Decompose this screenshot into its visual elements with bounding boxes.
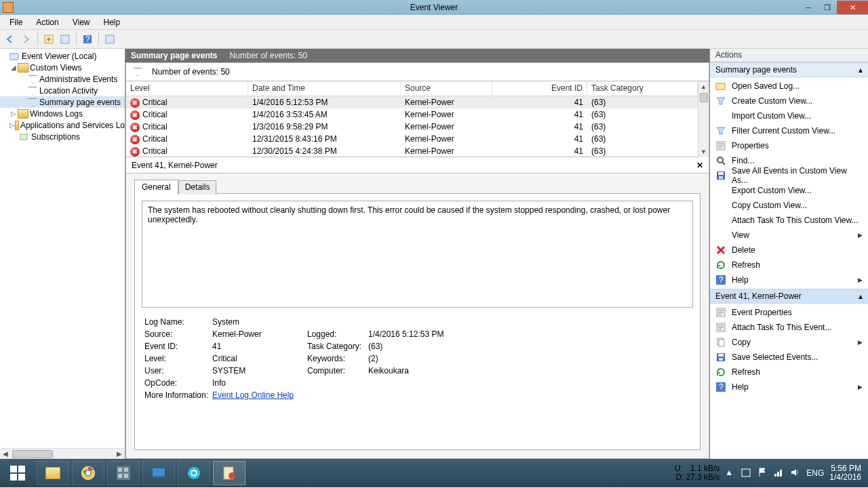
menu-view[interactable]: View [66,16,97,28]
action-view[interactable]: View▶ [710,228,868,243]
taskbar-explorer[interactable] [37,461,69,485]
action-save-all-events-in-custom-view-as[interactable]: Save All Events in Custom View As... [710,168,868,183]
filter-icon [715,96,726,106]
action-open-saved-log[interactable]: Open Saved Log... [710,79,868,94]
tab-details[interactable]: Details [178,180,217,195]
meta-cell: Source: [144,329,212,339]
start-button[interactable] [0,459,35,487]
taskbar-app3[interactable] [178,461,210,485]
actions-pane: Actions Summary page events▴ Open Saved … [710,49,868,459]
tree-windows-logs[interactable]: ▷Windows Logs [0,108,125,119]
taskbar-app2[interactable] [142,461,175,485]
action-attach-task-to-this-custom-view[interactable]: Attach Task To This Custom View... [710,213,868,228]
action-event-properties[interactable]: Event Properties [710,305,868,320]
tree-label: Applications and Services Lo [20,121,125,130]
minimize-button[interactable]: ─ [799,1,818,14]
tree-horizontal-scrollbar[interactable]: ◀▶ [0,448,125,459]
action-refresh[interactable]: Refresh [710,258,868,272]
tray-volume-icon[interactable] [790,468,801,479]
close-button[interactable]: ✕ [837,1,868,14]
col-date[interactable]: Date and Time [248,81,401,96]
extra-button[interactable] [102,32,117,47]
event-row[interactable]: ✖Critical 12/31/2015 8:43:16 PM Kernel-P… [126,133,698,145]
tree-root[interactable]: Event Viewer (Local) [0,50,125,62]
meta-cell [368,317,490,327]
tree-custom-views[interactable]: ◢Custom Views [0,62,125,73]
action-refresh[interactable]: Refresh [710,365,868,380]
tray-clock[interactable]: 5:56 PM1/4/2016 [829,464,861,482]
tree-subscriptions[interactable]: Subscriptions [0,131,125,142]
col-level[interactable]: Level [126,81,248,96]
action-properties[interactable]: Properties [710,138,868,153]
event-description: The system has rebooted without cleanly … [142,201,693,308]
action-delete[interactable]: Delete [710,243,868,258]
blank-icon [715,215,726,226]
detail-title: Event 41, Kernel-Power [132,161,218,170]
taskbar-chrome[interactable] [72,461,104,485]
meta-cell [368,378,490,388]
action-label: Filter Current Custom View... [732,126,835,136]
action-label: Properties [732,141,769,150]
event-row[interactable]: ✖Critical 1/3/2016 9:58:29 PM Kernel-Pow… [126,121,698,133]
col-source[interactable]: Source [401,81,492,96]
action-save-selected-events[interactable]: Save Selected Events... [710,350,868,365]
tree-apps-services[interactable]: ▷Applications and Services Lo [0,119,125,131]
tray-calendar-icon[interactable] [741,468,752,479]
submenu-arrow-icon: ▶ [858,277,863,283]
menu-file[interactable]: File [3,16,29,28]
tray-language[interactable]: ENG [806,468,824,478]
svg-point-41 [192,471,196,475]
tree-item-summary-page-events[interactable]: Summary page events [0,96,125,108]
action-copy-custom-view[interactable]: Copy Custom View... [710,198,868,213]
svg-rect-26 [10,474,17,481]
forward-button[interactable] [19,32,34,47]
event-log-help-link[interactable]: Event Log Online Help [212,390,294,400]
meta-cell: Critical [212,354,307,363]
col-eventid[interactable]: Event ID [492,81,587,96]
maximize-button[interactable]: ❐ [818,1,837,14]
properties-button[interactable] [58,32,73,47]
col-taskcat[interactable]: Task Category [587,81,698,96]
action-help[interactable]: ?Help▶ [710,380,868,394]
detail-close-icon[interactable]: ✕ [696,161,703,170]
event-row[interactable]: ✖Critical 1/4/2016 3:53:45 AM Kernel-Pow… [126,108,698,121]
meta-cell: 41 [212,342,307,351]
actions-group-summary[interactable]: Summary page events▴ [710,62,868,77]
action-label: Find... [732,156,754,165]
action-label: Help [732,382,749,392]
action-filter-current-custom-view[interactable]: Filter Current Custom View... [710,123,868,138]
menu-help[interactable]: Help [97,16,127,28]
view-title: Summary page events [131,51,217,60]
show-hide-tree-button[interactable] [41,32,56,47]
tray-up-icon[interactable]: ▲ [725,468,736,479]
svg-text:?: ? [719,382,724,392]
event-list-scrollbar[interactable]: ▲▼ [698,81,709,157]
menu-action[interactable]: Action [29,16,65,28]
tree-item-admin-events[interactable]: Administrative Events [0,73,125,85]
actions-group-event[interactable]: Event 41, Kernel-Power▴ [710,289,868,304]
detail-header: Event 41, Kernel-Power ✕ [125,157,709,174]
taskbar-event-viewer[interactable] [213,461,245,485]
filter-icon [133,67,142,77]
back-button[interactable] [3,32,18,47]
meta-cell: Kernel-Power [212,329,307,339]
action-help[interactable]: ?Help▶ [710,272,868,287]
event-row[interactable]: ✖Critical 1/4/2016 5:12:53 PM Kernel-Pow… [126,96,698,108]
svg-rect-27 [18,474,25,481]
blank-icon [715,200,726,211]
event-row[interactable]: ✖Critical 12/30/2015 4:24:38 PM Kernel-P… [126,145,698,157]
action-create-custom-view[interactable]: Create Custom View... [710,94,868,108]
action-import-custom-view[interactable]: Import Custom View... [710,108,868,123]
taskbar-app1[interactable] [107,461,140,485]
action-export-custom-view[interactable]: Export Custom View... [710,183,868,198]
props-icon [715,322,726,333]
tab-general[interactable]: General [134,180,178,194]
tree-item-location-activity[interactable]: Location Activity [0,85,125,96]
action-copy[interactable]: Copy▶ [710,335,868,350]
tree-label: Administrative Events [39,75,117,84]
action-attach-task-to-this-event[interactable]: Attach Task To This Event... [710,320,868,335]
tray-flag-icon[interactable] [757,468,768,479]
svg-text:?: ? [719,275,724,285]
tray-network-icon[interactable] [774,468,785,479]
help-button[interactable]: ? [80,32,95,47]
